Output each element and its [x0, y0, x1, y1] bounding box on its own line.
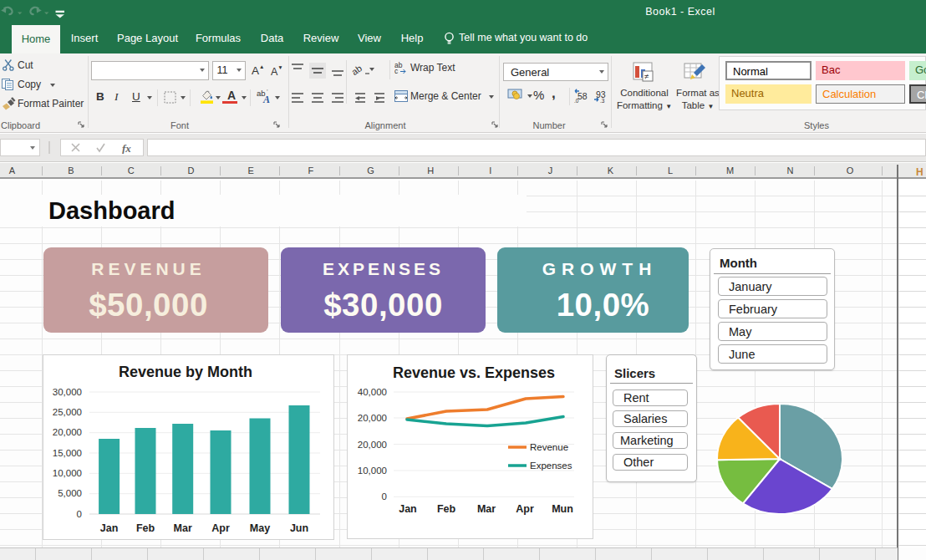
svg-text:.3: .3	[600, 98, 605, 103]
svg-text:25,000: 25,000	[53, 407, 82, 417]
svg-text:Revenue vs. Expenses: Revenue vs. Expenses	[393, 364, 555, 381]
svg-text:0: 0	[382, 491, 387, 501]
svg-text:Mun: Mun	[552, 503, 573, 515]
svg-text:Revenue by Month: Revenue by Month	[119, 364, 252, 380]
svg-text:Mar: Mar	[174, 522, 192, 534]
svg-text:20,000: 20,000	[358, 440, 387, 450]
svg-text:10,000: 10,000	[358, 466, 387, 476]
svg-text:40,000: 40,000	[358, 387, 387, 397]
svg-text:Jan: Jan	[399, 503, 417, 515]
svg-text:Revenue: Revenue	[530, 442, 568, 452]
svg-text:10,000: 10,000	[53, 468, 82, 478]
svg-text:.0: .0	[574, 98, 579, 104]
svg-text:0: 0	[77, 509, 82, 519]
svg-text:Feb: Feb	[136, 522, 155, 534]
svg-text:Expenses: Expenses	[530, 461, 572, 471]
svg-text:≠: ≠	[644, 72, 649, 81]
svg-text:30,000: 30,000	[53, 387, 82, 397]
svg-text:5,000: 5,000	[58, 488, 82, 498]
svg-text:Feb: Feb	[437, 503, 456, 515]
svg-text:Mar: Mar	[477, 503, 496, 515]
svg-text:May: May	[250, 522, 270, 534]
svg-text:fx: fx	[122, 142, 131, 154]
svg-text:Jun: Jun	[290, 522, 308, 534]
svg-text:Apr: Apr	[516, 503, 534, 515]
svg-text:15,000: 15,000	[53, 448, 82, 458]
svg-text:Jan: Jan	[100, 522, 119, 534]
svg-text:20,000: 20,000	[53, 427, 82, 437]
svg-text:Apr: Apr	[211, 522, 230, 534]
svg-text:20,000: 20,000	[358, 413, 387, 423]
svg-text:ab: ab	[349, 63, 364, 77]
svg-text:58: 58	[577, 91, 588, 101]
svg-text:A: A	[262, 94, 270, 104]
